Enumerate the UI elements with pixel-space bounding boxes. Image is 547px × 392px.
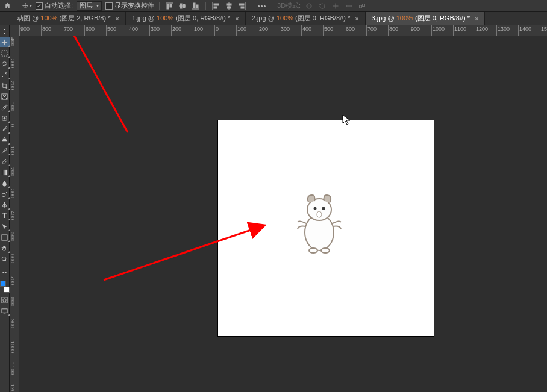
tab-title: 1.jpg @ 100% (图层 0, RGB/8#) * xyxy=(132,14,230,23)
crop-tool[interactable] xyxy=(0,81,10,90)
close-icon[interactable]: × xyxy=(115,15,119,22)
document-tab[interactable]: 3.jpg @ 100% (图层 0, RGB/8#) * × xyxy=(366,12,486,25)
align-right-icon[interactable] xyxy=(237,1,247,11)
svg-point-30 xyxy=(2,257,5,260)
eraser-tool[interactable] xyxy=(0,157,10,166)
home-icon[interactable] xyxy=(2,1,12,11)
document-tab[interactable]: 动图 @ 100% (图层 2, RGB/8) * × xyxy=(11,12,126,25)
foreground-background-swatches[interactable] xyxy=(0,281,10,293)
vertical-ruler[interactable]: 4003002001000100200300400500600700800900… xyxy=(10,25,19,392)
align-hcenter-icon[interactable] xyxy=(224,1,234,11)
rotate-3d-icon xyxy=(317,1,327,11)
ruler-tick-label: 900 xyxy=(10,319,15,328)
ruler-tick-label: 500 xyxy=(107,26,116,32)
ruler-tick-label: 200 xyxy=(10,81,15,90)
ruler-tick-label: 1100 xyxy=(10,362,15,375)
svg-point-38 xyxy=(322,207,325,210)
healing-brush-tool[interactable] xyxy=(0,113,10,123)
blur-tool[interactable] xyxy=(0,178,10,188)
clone-stamp-tool[interactable] xyxy=(0,135,10,145)
close-icon[interactable]: × xyxy=(475,15,478,22)
ruler-tick-label: 1500 xyxy=(541,26,547,32)
move-tool-icon[interactable]: ▾ xyxy=(22,1,32,11)
svg-rect-14 xyxy=(228,7,231,8)
horizontal-ruler[interactable]: 9008007006005004003002001000100200300400… xyxy=(19,25,547,36)
canvas-stage[interactable] xyxy=(19,36,547,392)
background-color-swatch[interactable] xyxy=(4,287,10,293)
pen-tool[interactable] xyxy=(0,200,10,210)
align-vcenter-icon[interactable] xyxy=(178,1,187,11)
auto-select-checkbox[interactable]: 自动选择: xyxy=(36,1,73,10)
svg-point-32 xyxy=(3,298,7,302)
divider xyxy=(205,2,206,10)
chevron-down-icon: ▾ xyxy=(96,3,99,8)
svg-rect-33 xyxy=(2,308,7,312)
orbit-3d-icon xyxy=(304,1,314,11)
layer-dropdown-label: 图层 xyxy=(80,1,93,10)
mode-3d-label: 3D模式: xyxy=(277,1,301,10)
gradient-tool[interactable] xyxy=(0,167,10,177)
ruler-tick-label: 800 xyxy=(389,26,398,32)
eyedropper-tool[interactable] xyxy=(0,102,10,112)
ruler-tick-label: 1200 xyxy=(476,26,488,32)
ruler-tick-label: 300 xyxy=(10,59,15,68)
options-bar: ▾ 自动选择: 图层 ▾ 显示变换控件 ••• 3D模式: xyxy=(0,0,547,12)
screen-mode-toggle[interactable] xyxy=(0,306,10,316)
align-bottom-icon[interactable] xyxy=(191,1,201,11)
lasso-tool[interactable] xyxy=(0,59,10,69)
ruler-tick-label: 200 xyxy=(259,26,268,32)
close-icon[interactable]: × xyxy=(355,15,358,22)
document-tab[interactable]: 2.jpg @ 100% (图层 0, RGB/8#) * × xyxy=(246,12,366,25)
ruler-tick-label: 100 xyxy=(194,26,203,32)
document-tab[interactable]: 1.jpg @ 100% (图层 0, RGB/8#) * × xyxy=(126,12,246,25)
hamster-image xyxy=(289,190,349,257)
svg-point-41 xyxy=(321,248,330,253)
show-transform-checkbox[interactable]: 显示变换控件 xyxy=(105,1,154,10)
ruler-tick-label: 300 xyxy=(10,189,15,198)
align-left-icon[interactable] xyxy=(211,1,220,11)
svg-point-37 xyxy=(314,207,317,210)
layer-dropdown[interactable]: 图层 ▾ xyxy=(77,1,102,11)
magic-wand-tool[interactable] xyxy=(0,70,10,79)
divider xyxy=(17,2,17,10)
svg-rect-1 xyxy=(167,4,169,9)
ruler-tick-label: 1300 xyxy=(498,26,510,32)
ruler-tick-label: 400 xyxy=(302,26,311,32)
ruler-tick-label: 900 xyxy=(20,26,30,32)
ruler-tick-label: 1000 xyxy=(433,26,445,32)
divider xyxy=(252,2,252,10)
ruler-tick-label: 100 xyxy=(10,146,15,155)
svg-line-42 xyxy=(70,36,128,132)
frame-tool[interactable] xyxy=(0,92,10,101)
hand-tool[interactable] xyxy=(0,243,10,253)
svg-rect-5 xyxy=(183,4,185,7)
move-tool[interactable] xyxy=(0,37,10,47)
divider xyxy=(159,2,160,10)
path-selection-tool[interactable] xyxy=(0,222,10,231)
svg-rect-8 xyxy=(196,5,198,8)
ruler-tick-label: 1200 xyxy=(10,384,15,392)
marquee-tool[interactable] xyxy=(0,48,10,58)
shape-tool[interactable] xyxy=(0,232,10,242)
ruler-tick-label: 0 xyxy=(10,124,15,127)
ruler-tick-label: 700 xyxy=(10,276,15,285)
zoom-tool[interactable] xyxy=(0,254,10,264)
ruler-tick-label: 800 xyxy=(42,26,51,32)
svg-rect-7 xyxy=(193,3,195,8)
history-brush-tool[interactable] xyxy=(0,146,10,155)
svg-rect-17 xyxy=(241,7,244,8)
align-top-icon[interactable] xyxy=(164,1,174,11)
close-icon[interactable]: × xyxy=(235,15,239,22)
quick-mask-toggle[interactable] xyxy=(0,295,10,305)
type-tool[interactable]: T xyxy=(0,211,10,220)
more-options-icon[interactable]: ••• xyxy=(257,1,267,11)
dodge-tool[interactable] xyxy=(0,189,10,199)
document-tabs: 动图 @ 100% (图层 2, RGB/8) * × 1.jpg @ 100%… xyxy=(0,12,547,25)
ruler-tick-label: 1400 xyxy=(519,26,531,32)
brush-tool[interactable] xyxy=(0,124,10,134)
ruler-tick-label: 700 xyxy=(367,26,377,32)
foreground-color-swatch[interactable] xyxy=(0,281,6,287)
edit-toolbar-icon[interactable]: •• xyxy=(0,267,10,277)
document-canvas[interactable] xyxy=(218,120,434,336)
collapse-handle-icon[interactable]: ⋮ xyxy=(0,26,10,36)
